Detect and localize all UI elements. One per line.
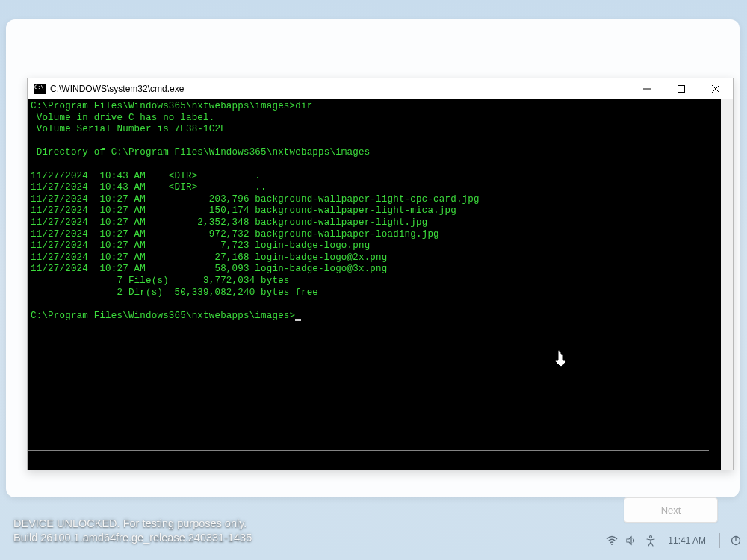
svg-rect-1	[678, 85, 685, 92]
next-button[interactable]: Next	[624, 497, 718, 523]
volume-icon[interactable]	[624, 534, 638, 547]
titlebar[interactable]: C:\WINDOWS\system32\cmd.exe	[28, 78, 733, 99]
window-title: C:\WINDOWS\system32\cmd.exe	[50, 84, 630, 94]
cmd-window[interactable]: C:\WINDOWS\system32\cmd.exe C:\Program F…	[27, 78, 734, 470]
power-icon[interactable]	[729, 534, 743, 547]
clock: 11:41 AM	[668, 535, 706, 546]
watermark-line2: Build 26100.1.amd64fre.ge_release.240331…	[13, 531, 252, 545]
wifi-icon[interactable]	[605, 534, 619, 547]
watermark: DEVICE UNLOCKED. For testing purposes on…	[13, 517, 252, 545]
svg-point-5	[650, 536, 652, 538]
tray-divider	[719, 533, 720, 548]
maximize-button[interactable]	[664, 78, 698, 99]
window-controls	[630, 78, 733, 99]
accessibility-icon[interactable]	[644, 534, 657, 547]
close-button[interactable]	[698, 78, 733, 99]
cmd-icon	[34, 84, 46, 94]
minimize-button[interactable]	[630, 78, 664, 99]
system-tray: 11:41 AM	[605, 533, 743, 548]
watermark-line1: DEVICE UNLOCKED. For testing purposes on…	[13, 517, 252, 531]
terminal-output[interactable]: C:\Program Files\Windows365\nxtwebapps\i…	[28, 99, 733, 470]
separator-line	[28, 450, 709, 451]
svg-point-4	[611, 544, 613, 545]
